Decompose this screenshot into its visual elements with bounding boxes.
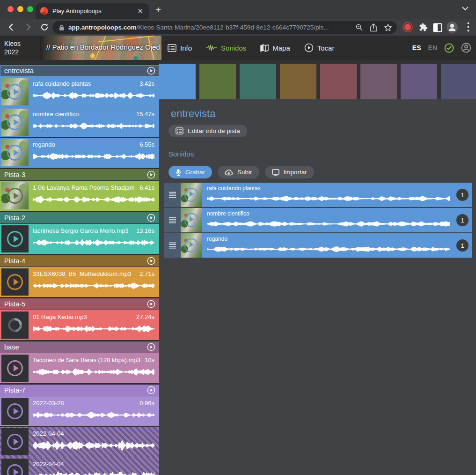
sound-thumbnail[interactable] [1,312,29,339]
track-header-Pista-7[interactable]: Pista-7 [0,385,159,396]
track-color-swatch-5[interactable] [320,64,357,99]
sound-thumbnail[interactable] [1,139,29,166]
side-panel-icon[interactable] [433,23,442,32]
extensions-puzzle-icon[interactable] [418,22,428,32]
sound-play-icon[interactable] [7,434,23,450]
sound-thumbnail[interactable] [1,428,29,455]
sound-thumbnail[interactable] [1,109,29,136]
sidebar-sound-item[interactable]: lacrimosa Sergio García Merlo.mp313.16s [0,224,159,254]
track-play-icon[interactable] [147,214,155,222]
track-header-base[interactable]: base [0,341,159,353]
sound-thumbnail[interactable] [1,225,29,252]
track-header-Pista-3[interactable]: Pista-3 [0,169,159,180]
sidebar-sound-item[interactable]: regando6.55s [0,138,159,168]
window-minimize-button[interactable] [17,6,23,12]
panel-sound-item[interactable]: nombre cientifico1 [164,208,472,232]
sound-play-icon[interactable] [7,114,23,130]
tab-search-chevron-icon[interactable] [462,7,469,11]
track-color-swatch-1[interactable] [159,64,196,102]
reload-button[interactable] [40,22,49,32]
sound-play-icon[interactable] [184,213,198,227]
track-play-icon[interactable] [147,171,155,179]
track-header-Pista-4[interactable]: Pista-4 [0,255,159,267]
sound-thumbnail[interactable] [181,233,202,258]
sound-play-icon[interactable] [7,84,23,100]
lang-es-button[interactable]: ES [412,44,421,52]
drag-handle-icon[interactable] [164,183,181,207]
sound-play-icon[interactable] [7,274,23,290]
sidebar-sound-item[interactable]: 2022-04-04 [0,457,159,475]
bookmark-star-icon[interactable] [384,23,392,32]
browser-profile-avatar[interactable] [446,21,458,33]
sidebar-sound-item[interactable]: 33ESX6038_B5_Muthedukkum.mp32.71s [0,267,159,297]
sound-thumbnail[interactable] [1,78,29,105]
panel-sound-item[interactable]: regando1 [164,233,472,258]
sidebar-sound-item[interactable]: nombre cientifico15.47s [0,107,159,137]
sound-play-icon[interactable] [7,231,23,247]
sidebar-sound-item[interactable]: rafa cuidando plantas3.42s [0,77,159,107]
sound-count-badge[interactable]: 1 [456,189,469,201]
tab-tocar[interactable]: Tocar [304,43,335,52]
track-color-swatch-8[interactable] [441,64,476,99]
track-color-swatch-6[interactable] [360,64,397,99]
lang-en-button[interactable]: EN [428,44,437,52]
zoom-page-icon[interactable] [355,23,363,31]
upload-button[interactable]: Subir [218,166,259,178]
edit-track-info-button[interactable]: Editar info de pista [168,125,247,137]
browser-tab[interactable]: Play Antropoloops ✕ [36,3,149,19]
record-extension-icon[interactable] [402,22,413,33]
sound-thumbnail[interactable] [1,459,29,475]
sound-thumbnail[interactable] [1,398,29,425]
track-play-icon[interactable] [147,67,155,75]
sound-thumbnail[interactable] [1,355,29,382]
sound-thumbnail[interactable] [181,208,202,232]
sidebar-sound-item[interactable]: 2022-04-04 [0,427,159,457]
window-close-button[interactable] [7,6,14,12]
back-button[interactable] [7,22,16,32]
sound-thumbnail[interactable] [1,268,29,296]
sidebar-sound-item[interactable]: Taconeo de Sara Baras (128 kbps).mp310s [0,353,159,383]
browser-menu-dots-icon[interactable] [467,22,469,32]
sound-thumbnail[interactable] [1,182,29,209]
window-zoom-button[interactable] [27,6,33,12]
sound-play-icon[interactable] [184,238,198,252]
track-color-swatch-4[interactable] [280,64,316,99]
tab-close-icon[interactable]: ✕ [136,7,144,15]
sound-thumbnail[interactable] [181,183,202,207]
drag-handle-icon[interactable] [164,233,181,258]
tab-sonidos[interactable]: Sonidos [206,44,246,52]
share-icon[interactable] [370,23,377,32]
track-header-Pista-2[interactable]: Pista-2 [0,212,159,223]
forward-button[interactable] [23,22,33,32]
sound-play-icon[interactable] [7,360,23,376]
track-color-swatch-2[interactable] [199,64,236,99]
drag-handle-icon[interactable] [164,208,181,232]
sync-check-icon[interactable] [444,43,454,53]
sidebar-sound-item[interactable]: 01 Raga Kedar.mp327.24s [0,310,159,340]
track-play-icon[interactable] [147,343,155,351]
track-color-swatch-3[interactable] [240,64,276,99]
track-play-icon[interactable] [147,300,155,308]
tab-mapa[interactable]: Mapa [260,44,290,52]
sound-play-icon[interactable] [7,464,23,475]
account-icon[interactable] [461,43,471,53]
new-tab-button[interactable]: + [155,4,161,15]
sound-play-icon[interactable] [7,188,23,204]
track-header-entrevista[interactable]: entrevista [0,65,159,76]
sound-count-badge[interactable]: 1 [456,239,469,252]
panel-sound-item[interactable]: rafa cuidando plantas1 [164,183,472,207]
address-bar[interactable]: app.antropoloops.com/Kleos-Santa-Marina/… [52,21,397,34]
track-play-icon[interactable] [147,386,155,394]
record-button[interactable]: Grabar [168,166,212,178]
sidebar-sound-item[interactable]: 2022-03-280.96s [0,396,159,426]
sound-play-icon[interactable] [7,145,23,161]
tab-info[interactable]: Info [168,44,192,52]
track-play-icon[interactable] [147,257,155,265]
map-thumbnail[interactable]: // Patio en Bordador Rodríguez Ojeda / R… [40,36,161,60]
sound-play-icon[interactable] [184,188,198,202]
sidebar-sound-item[interactable]: 1-06 Lavanya Rama Poorna Shadjam Rupak..… [0,181,159,211]
track-header-Pista-5[interactable]: Pista-5 [0,298,159,310]
import-button[interactable]: Importar [265,166,314,178]
track-color-swatch-7[interactable] [401,64,437,99]
sound-count-badge[interactable]: 1 [456,214,469,226]
